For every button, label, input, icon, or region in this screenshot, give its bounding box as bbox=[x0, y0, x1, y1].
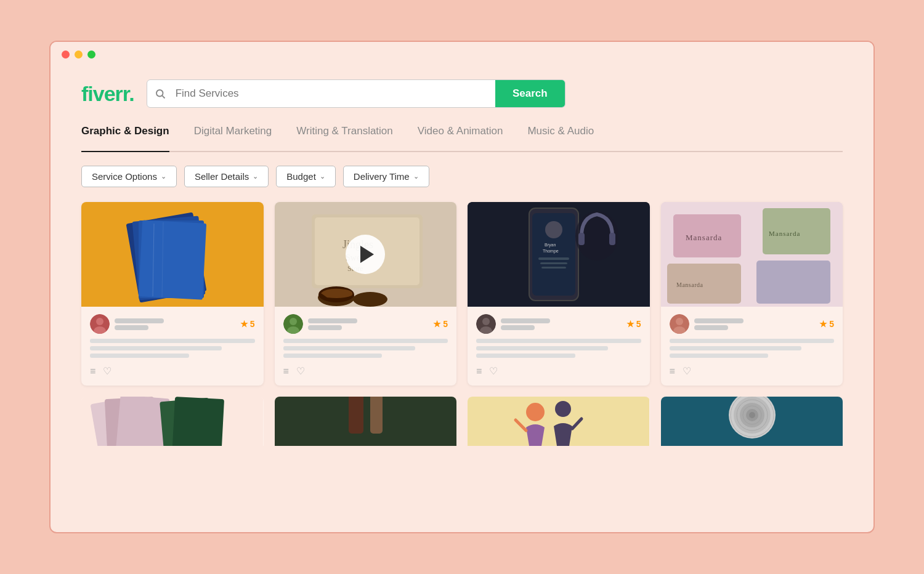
card-4-meta: ★ 5 bbox=[670, 314, 835, 334]
search-input[interactable] bbox=[173, 80, 495, 107]
filter-service-options[interactable]: Service Options ⌄ bbox=[81, 166, 177, 187]
card-1-text-lines bbox=[90, 339, 255, 358]
search-button[interactable]: Search bbox=[495, 80, 565, 107]
svg-rect-28 bbox=[538, 257, 569, 260]
svg-rect-55 bbox=[349, 397, 363, 434]
card-1-footer: ≡ ♡ bbox=[90, 365, 255, 377]
svg-line-1 bbox=[162, 95, 164, 98]
card-3-name-lines bbox=[501, 318, 550, 330]
card-3-image: Bryan Thompe bbox=[468, 202, 650, 307]
svg-rect-53 bbox=[172, 397, 224, 446]
card-2-name-lines bbox=[308, 318, 357, 330]
card-4-avatar-row bbox=[670, 314, 744, 334]
svg-text:Mansarda: Mansarda bbox=[769, 230, 800, 237]
text-line bbox=[283, 346, 415, 350]
filter-seller-details-label: Seller Details bbox=[195, 171, 249, 182]
browser-window: fiverr. Search Graphic & Design Digital … bbox=[49, 41, 875, 533]
card-1-avatar-row bbox=[90, 314, 164, 334]
name-line bbox=[694, 318, 744, 323]
card-1[interactable]: ★ 5 ≡ ♡ bbox=[81, 202, 264, 386]
card-3[interactable]: Bryan Thompe bbox=[468, 202, 650, 386]
svg-rect-30 bbox=[541, 267, 566, 269]
svg-point-70 bbox=[749, 412, 755, 418]
nav-item-writing-translation[interactable]: Writing & Translation bbox=[296, 125, 393, 144]
card-4-avatar bbox=[670, 314, 689, 334]
card-4-image: Mansarda Mansarda Mansarda bbox=[661, 202, 843, 307]
nav-item-video-animation[interactable]: Video & Animation bbox=[418, 125, 503, 144]
name-line bbox=[308, 325, 342, 330]
filter-seller-details[interactable]: Seller Details ⌄ bbox=[184, 166, 269, 187]
heart-icon[interactable]: ♡ bbox=[489, 365, 498, 377]
card-3-meta: ★ 5 bbox=[476, 314, 641, 334]
bottom-card-1[interactable] bbox=[81, 397, 264, 446]
heart-icon[interactable]: ♡ bbox=[296, 365, 305, 377]
svg-point-35 bbox=[482, 318, 490, 325]
svg-rect-29 bbox=[540, 262, 567, 264]
filter-budget[interactable]: Budget ⌄ bbox=[276, 166, 336, 187]
svg-point-46 bbox=[676, 318, 683, 325]
card-4-text-lines bbox=[670, 339, 835, 358]
card-grid: ★ 5 ≡ ♡ bbox=[81, 202, 843, 386]
browser-content: fiverr. Search Graphic & Design Digital … bbox=[51, 67, 873, 464]
card-1-avatar bbox=[90, 314, 110, 334]
card-2-text-lines bbox=[283, 339, 448, 358]
text-line bbox=[476, 354, 575, 358]
play-button[interactable] bbox=[346, 235, 385, 274]
card-2[interactable]: Jingles Sweet Store bbox=[275, 202, 457, 386]
filter-bar: Service Options ⌄ Seller Details ⌄ Budge… bbox=[81, 166, 843, 187]
bottom-card-4[interactable] bbox=[661, 397, 843, 446]
card-4[interactable]: Mansarda Mansarda Mansarda bbox=[661, 202, 843, 386]
card-1-name-lines bbox=[115, 318, 164, 330]
chevron-icon: ⌄ bbox=[161, 172, 166, 180]
name-line bbox=[115, 318, 164, 323]
card-2-avatar bbox=[283, 314, 303, 334]
text-line bbox=[476, 339, 641, 343]
heart-icon[interactable]: ♡ bbox=[683, 365, 691, 377]
nav-item-music-audio[interactable]: Music & Audio bbox=[527, 125, 594, 144]
lines-icon[interactable]: ≡ bbox=[283, 366, 289, 377]
card-2-image: Jingles Sweet Store bbox=[275, 202, 457, 307]
lines-icon[interactable]: ≡ bbox=[90, 366, 95, 377]
nav-item-digital-marketing[interactable]: Digital Marketing bbox=[194, 125, 272, 144]
card-4-name-lines bbox=[694, 318, 744, 330]
card-4-rating: ★ 5 bbox=[819, 319, 834, 329]
text-line bbox=[90, 354, 189, 358]
card-2-avatar-row bbox=[283, 314, 357, 334]
titlebar bbox=[51, 42, 873, 67]
text-line bbox=[670, 339, 835, 343]
lines-icon[interactable]: ≡ bbox=[670, 366, 675, 377]
dot-yellow[interactable] bbox=[75, 51, 83, 59]
name-line bbox=[308, 318, 357, 323]
dot-green[interactable] bbox=[87, 51, 95, 59]
svg-text:Bryan: Bryan bbox=[545, 243, 556, 248]
svg-point-61 bbox=[526, 403, 545, 421]
card-3-rating: ★ 5 bbox=[626, 319, 641, 329]
svg-point-18 bbox=[353, 292, 387, 307]
card-1-image bbox=[81, 202, 264, 307]
logo: fiverr. bbox=[81, 82, 134, 106]
svg-point-0 bbox=[156, 90, 163, 97]
card-3-footer: ≡ ♡ bbox=[476, 365, 641, 377]
heart-icon[interactable]: ♡ bbox=[103, 365, 111, 377]
bottom-card-2[interactable] bbox=[275, 397, 457, 446]
star-icon: ★ bbox=[626, 319, 634, 329]
name-line bbox=[694, 325, 728, 330]
text-line bbox=[90, 339, 255, 343]
nav-item-graphic-design[interactable]: Graphic & Design bbox=[81, 125, 169, 152]
lines-icon[interactable]: ≡ bbox=[476, 366, 482, 377]
name-line bbox=[501, 325, 535, 330]
text-line bbox=[90, 346, 222, 350]
filter-delivery-time[interactable]: Delivery Time ⌄ bbox=[343, 166, 429, 187]
svg-rect-44 bbox=[756, 261, 830, 304]
search-icon bbox=[147, 80, 173, 107]
text-line bbox=[283, 339, 448, 343]
filter-service-options-label: Service Options bbox=[92, 171, 157, 182]
svg-point-62 bbox=[555, 401, 571, 417]
star-icon: ★ bbox=[240, 319, 248, 329]
card-3-avatar-row bbox=[476, 314, 550, 334]
chevron-icon: ⌄ bbox=[253, 172, 258, 180]
svg-point-20 bbox=[290, 318, 297, 325]
dot-red[interactable] bbox=[62, 51, 70, 59]
card-2-footer: ≡ ♡ bbox=[283, 365, 448, 377]
bottom-card-3[interactable] bbox=[468, 397, 650, 446]
